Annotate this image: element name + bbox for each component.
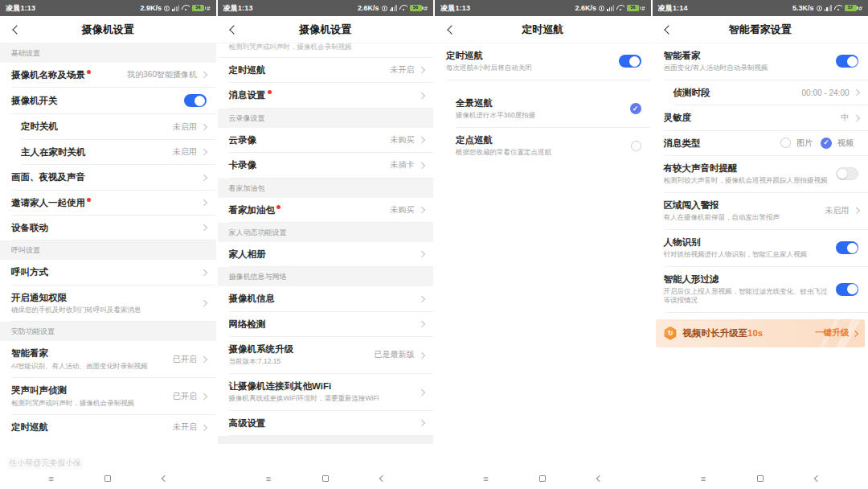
settings-row[interactable]: 呼叫方式 xyxy=(0,260,216,285)
settings-row[interactable]: 定时巡航未开启 xyxy=(0,415,216,439)
back-button[interactable] xyxy=(5,16,26,43)
settings-row[interactable]: 消息设置 xyxy=(218,83,434,108)
settings-row[interactable]: 邀请家人一起使用 xyxy=(0,191,216,216)
signal-icon xyxy=(825,5,832,11)
settings-row[interactable]: 让摄像机连接到其他WiFi摄像机离线或更换WiFi环境时，需要重新连接WiFi xyxy=(218,374,434,411)
toggle-switch-on[interactable] xyxy=(619,55,641,68)
upgrade-button[interactable]: 一键升级 xyxy=(816,327,858,339)
status-bar: 凌晨1:132.6K/s56# xyxy=(435,0,651,16)
settings-row[interactable]: 摄像机名称及场景我的360智能摄像机 xyxy=(0,63,216,88)
recents-button[interactable]: ≡ xyxy=(39,471,63,487)
wifi-icon xyxy=(182,5,190,11)
settings-row[interactable]: 区域闯入警报有人在摄像机前停留，自动发出警报声未启用 xyxy=(653,193,868,230)
chevron-right-icon xyxy=(418,251,424,257)
upgrade-banner[interactable]: ↻视频时长升级至10s一键升级 xyxy=(656,319,866,347)
alarm-icon xyxy=(599,6,604,11)
red-dot-badge xyxy=(87,198,91,202)
home-button[interactable] xyxy=(96,471,120,487)
settings-row[interactable]: 智能看家AI智能识别、有人活动、画面变化时录制视频已开启 xyxy=(0,341,216,378)
settings-row[interactable]: 定时巡航未开启 xyxy=(218,58,434,83)
home-button[interactable] xyxy=(748,471,772,487)
toggle-switch-on[interactable] xyxy=(836,241,858,254)
network-speed: 2.6K/s xyxy=(575,4,597,12)
settings-row[interactable]: 看家加油包未购买 xyxy=(218,198,434,223)
settings-row[interactable]: 摄像机系统升级当前版本:7.12.15已是最新版 xyxy=(218,337,434,374)
recents-button[interactable]: ≡ xyxy=(256,471,280,487)
settings-row[interactable]: 人物识别针对抓拍视频进行人物识别，智能汇总家人视频 xyxy=(653,230,868,267)
settings-row[interactable]: 定时关机未启用 xyxy=(0,114,216,139)
settings-row[interactable]: 主人在家时关机未启用 xyxy=(0,140,216,165)
row-title: 看家加油包 xyxy=(229,204,276,216)
settings-row[interactable]: 消息类型图片✓视频 xyxy=(653,131,868,156)
checked-radio-icon[interactable]: ✓ xyxy=(821,138,832,149)
chevron-right-icon xyxy=(418,207,424,213)
network-speed: 2.6K/s xyxy=(358,4,379,12)
settings-row[interactable]: 定时巡航每次巡航4小时后将自动关闭 xyxy=(435,43,651,80)
nav-back-button[interactable] xyxy=(371,471,395,487)
row-title: 摄像机名称及场景 xyxy=(11,69,85,80)
row-title: 开启通知权限 xyxy=(11,292,67,303)
settings-row[interactable]: 卡录像未插卡 xyxy=(218,153,434,178)
row-title: 让摄像机连接到其他WiFi xyxy=(229,380,332,392)
status-bar: 凌晨1:145.3K/s57# xyxy=(653,0,868,16)
status-suffix-icon: # xyxy=(207,5,210,12)
row-title: 智能人形过滤 xyxy=(664,273,719,285)
phone-screen: 凌晨1:132.6K/s56#摄像机设置检测到哭声或叫声时，摄像机会录制视频定时… xyxy=(218,0,434,489)
page-title: 摄像机设置 xyxy=(82,23,134,37)
unchecked-radio-icon[interactable] xyxy=(780,138,791,148)
settings-row[interactable]: 智能人形过滤开启后仅上报人形视频，智能过滤光线变化、蚊虫飞过等误报情况 xyxy=(653,267,868,313)
settings-row[interactable]: 摄像机开关 xyxy=(0,88,216,114)
section-header: 基础设置 xyxy=(0,43,216,63)
settings-list: 基础设置摄像机名称及场景我的360智能摄像机摄像机开关定时关机未启用主人在家时关… xyxy=(0,43,216,468)
row-title: 定时巡航 xyxy=(11,421,48,433)
row-value: 我的360智能摄像机 xyxy=(127,69,197,80)
back-button[interactable] xyxy=(440,16,461,43)
settings-row[interactable]: 侦测时段00:00 - 24:00 xyxy=(653,80,868,105)
home-button[interactable] xyxy=(530,471,555,487)
back-button[interactable] xyxy=(223,16,244,43)
settings-row[interactable]: 网络检测 xyxy=(218,312,434,337)
settings-row[interactable]: 家人相册 xyxy=(218,242,434,267)
row-title: 哭声叫声侦测 xyxy=(11,384,67,396)
nav-back-button[interactable] xyxy=(153,471,177,487)
status-time: 凌晨1:14 xyxy=(658,3,688,14)
settings-row[interactable]: 智能看家画面变化/有人活动时自动录制视频 xyxy=(653,43,868,80)
section-header: 看家加油包 xyxy=(218,179,434,198)
settings-row[interactable]: 定点巡航根据您收藏的常看位置定点巡航 xyxy=(435,128,651,164)
toggle-switch-off[interactable] xyxy=(836,167,858,180)
selected-check-icon[interactable]: ✓ xyxy=(630,103,641,114)
settings-row[interactable]: 全景巡航摄像机进行水平360度拍摄✓ xyxy=(435,91,651,128)
chevron-right-icon xyxy=(418,352,424,359)
chevron-right-icon xyxy=(853,115,859,121)
signal-icon xyxy=(390,5,397,11)
settings-row[interactable]: 云录像未购买 xyxy=(218,128,434,153)
recents-button[interactable]: ≡ xyxy=(691,471,715,487)
toggle-switch-on[interactable] xyxy=(836,55,858,68)
radio-icon[interactable] xyxy=(631,141,641,151)
toggle-switch-on[interactable] xyxy=(184,94,207,107)
recents-button[interactable]: ≡ xyxy=(473,471,497,487)
settings-row[interactable]: 高级设置 xyxy=(218,411,434,436)
row-value: 未启用 xyxy=(825,205,850,216)
chevron-right-icon xyxy=(201,224,207,231)
settings-row[interactable]: 有较大声音时提醒检测到较大声音时，摄像机会巡视并跟踪人形拍摄视频 xyxy=(653,156,868,193)
toggle-switch-on[interactable] xyxy=(836,283,858,296)
row-title: 摄像机开关 xyxy=(11,95,58,106)
row-subtitle: 当前版本:7.12.15 xyxy=(229,357,294,366)
android-nav-bar: ≡ xyxy=(653,468,868,489)
nav-back-button[interactable] xyxy=(588,471,612,487)
row-title: 设备联动 xyxy=(11,222,48,233)
settings-row[interactable]: 灵敏度中 xyxy=(653,105,868,130)
settings-row[interactable]: 画面、夜视及声音 xyxy=(0,165,216,190)
settings-row[interactable]: 开启通知权限确保您的手机及时收到门铃呼叫及看家消息 xyxy=(0,286,216,323)
row-subtitle: 检测到较大声音时，摄像机会巡视并跟踪人形拍摄视频 xyxy=(664,176,828,185)
settings-row[interactable]: 设备联动 xyxy=(0,216,216,240)
nav-back-button[interactable] xyxy=(805,471,829,487)
settings-row[interactable]: 哭声叫声侦测检测到哭声或叫声时，摄像机会录制视频已开启 xyxy=(0,378,216,415)
chevron-right-icon xyxy=(201,124,207,130)
wifi-icon xyxy=(399,5,407,11)
back-button[interactable] xyxy=(657,16,678,43)
settings-row[interactable]: 摄像机信息 xyxy=(218,286,434,311)
row-title: 定时巡航 xyxy=(229,64,266,76)
home-button[interactable] xyxy=(313,471,338,487)
